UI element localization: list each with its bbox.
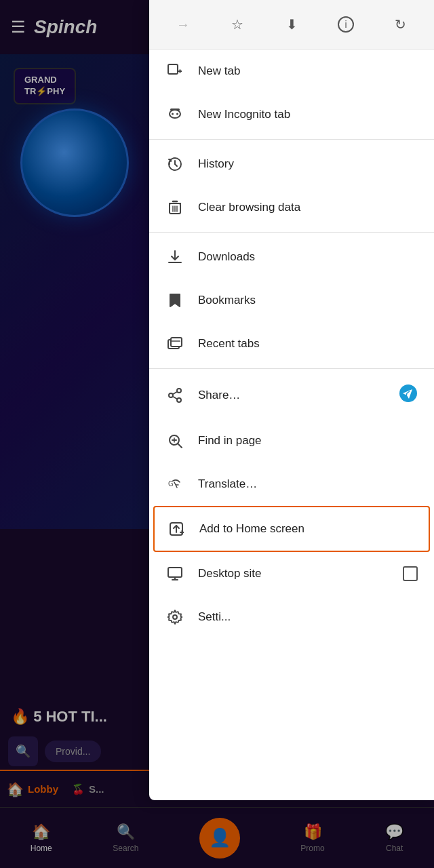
- menu-item-desktop-site[interactable]: Desktop site: [149, 552, 434, 595]
- menu-item-share[interactable]: Share…: [149, 372, 434, 419]
- menu-items-list: New tab New Incognito tab: [149, 50, 434, 800]
- share-label: Share…: [198, 389, 385, 402]
- divider-1: [149, 139, 434, 140]
- find-in-page-label: Find in page: [198, 434, 418, 448]
- svg-rect-18: [171, 338, 182, 347]
- svg-point-4: [172, 113, 174, 115]
- recent-tabs-icon: [165, 334, 184, 353]
- history-label: History: [198, 157, 418, 171]
- desktop-site-checkbox[interactable]: [403, 566, 418, 581]
- incognito-label: New Incognito tab: [198, 108, 418, 121]
- history-icon: [165, 155, 184, 174]
- bookmark-star-button[interactable]: ☆: [222, 9, 252, 39]
- menu-item-incognito[interactable]: New Incognito tab: [149, 93, 434, 136]
- translate-icon: G: [165, 475, 184, 494]
- new-tab-icon: [165, 62, 184, 81]
- star-icon: ☆: [231, 16, 243, 33]
- settings-label: Setti...: [198, 610, 231, 624]
- desktop-site-label: Desktop site: [198, 567, 389, 580]
- info-icon: i: [338, 16, 354, 33]
- svg-point-21: [177, 398, 181, 402]
- back-button[interactable]: →: [168, 9, 198, 39]
- new-tab-label: New tab: [198, 64, 418, 78]
- download-icon: ⬇: [286, 16, 298, 33]
- find-in-page-icon: [165, 431, 184, 450]
- desktop-site-icon: [165, 564, 184, 583]
- back-icon: →: [176, 17, 190, 33]
- menu-item-find-in-page[interactable]: Find in page: [149, 419, 434, 462]
- recent-tabs-label: Recent tabs: [198, 337, 418, 351]
- menu-item-recent-tabs[interactable]: Recent tabs: [149, 322, 434, 366]
- svg-rect-0: [168, 64, 178, 74]
- refresh-icon: ↻: [395, 16, 406, 33]
- menu-item-bookmarks[interactable]: Bookmarks: [149, 279, 434, 322]
- divider-2: [149, 232, 434, 233]
- add-home-icon: [167, 519, 186, 538]
- svg-point-36: [173, 615, 177, 619]
- telegram-icon: [399, 384, 418, 407]
- trash-icon: [165, 198, 184, 217]
- svg-line-23: [173, 392, 178, 395]
- clear-browsing-data-label: Clear browsing data: [198, 201, 418, 214]
- menu-item-translate[interactable]: G Translate…: [149, 462, 434, 506]
- translate-label: Translate…: [198, 477, 418, 491]
- chrome-menu: → ☆ ⬇ i ↻ New tab: [149, 0, 434, 800]
- downloads-icon: [165, 248, 184, 267]
- svg-point-5: [176, 113, 178, 115]
- svg-point-20: [177, 389, 181, 393]
- menu-item-clear-data[interactable]: Clear browsing data: [149, 186, 434, 229]
- settings-icon: [165, 608, 184, 627]
- svg-marker-16: [170, 294, 180, 307]
- incognito-icon: [165, 105, 184, 124]
- bookmarks-icon: [165, 291, 184, 310]
- add-to-home-label: Add to Home screen: [199, 522, 416, 536]
- divider-3: [149, 368, 434, 369]
- svg-line-24: [173, 397, 178, 399]
- svg-rect-33: [168, 568, 182, 577]
- menu-item-downloads[interactable]: Downloads: [149, 235, 434, 279]
- info-button[interactable]: i: [331, 9, 361, 39]
- refresh-button[interactable]: ↻: [385, 9, 415, 39]
- menu-item-add-to-home[interactable]: Add to Home screen: [153, 506, 430, 552]
- download-button[interactable]: ⬇: [277, 9, 307, 39]
- share-icon: [165, 386, 184, 405]
- menu-toolbar: → ☆ ⬇ i ↻: [149, 0, 434, 50]
- menu-item-new-tab[interactable]: New tab: [149, 50, 434, 93]
- svg-point-22: [169, 393, 173, 397]
- menu-item-history[interactable]: History: [149, 142, 434, 186]
- svg-point-3: [170, 110, 180, 118]
- svg-rect-6: [170, 108, 180, 111]
- downloads-label: Downloads: [198, 250, 418, 264]
- menu-item-settings-partial[interactable]: Setti...: [149, 595, 434, 639]
- svg-line-27: [178, 443, 182, 448]
- bookmarks-label: Bookmarks: [198, 294, 418, 307]
